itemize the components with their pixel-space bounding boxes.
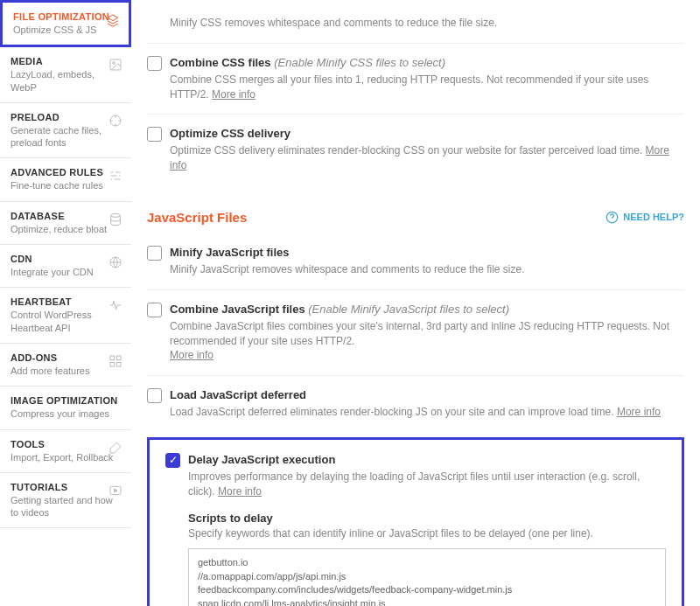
sidebar-icon xyxy=(108,114,122,128)
sidebar-item-sub: Fine-tune cache rules xyxy=(10,179,121,192)
sidebar-item-title: HEARTBEAT xyxy=(10,296,121,307)
delay-js-panel: ✓ Delay JavaScript execution Improves pe… xyxy=(147,437,684,606)
svg-rect-7 xyxy=(116,362,121,366)
delay-js-desc: Improves performance by delaying the loa… xyxy=(188,470,666,499)
sidebar-item-title: IMAGE OPTIMIZATION xyxy=(10,395,121,406)
minify-js-label: Minify JavaScript files xyxy=(170,246,684,259)
sidebar-item-tutorials[interactable]: TUTORIALSGetting started and how to vide… xyxy=(0,473,131,529)
defer-js-checkbox[interactable] xyxy=(147,388,162,403)
defer-js-desc: Load JavaScript deferred eliminates rend… xyxy=(170,405,684,420)
sidebar-item-add-ons[interactable]: ADD-ONSAdd more features xyxy=(0,344,131,387)
sidebar-item-sub: Generate cache files, preload fonts xyxy=(10,124,121,150)
sidebar-icon xyxy=(108,169,122,183)
sidebar-item-database[interactable]: DATABASEOptimize, reduce bloat xyxy=(0,202,131,245)
combine-css-checkbox[interactable] xyxy=(147,56,162,71)
sidebar-item-sub: Import, Export, Rollback xyxy=(10,451,121,463)
sidebar-item-title: ADD-ONS xyxy=(10,352,121,363)
combine-css-desc: Combine CSS merges all your files into 1… xyxy=(170,73,684,102)
sidebar-item-title: TOOLS xyxy=(10,439,121,449)
sidebar-item-tools[interactable]: TOOLSImport, Export, Rollback xyxy=(0,430,131,473)
sidebar-icon xyxy=(108,58,122,72)
scripts-to-delay-label: Scripts to delay xyxy=(188,512,666,525)
js-section-title: JavaScript Files xyxy=(147,210,247,225)
optimize-css-delivery-desc: Optimize CSS delivery eliminates render-… xyxy=(170,143,684,173)
combine-js-desc: Combine JavaScript files combines your s… xyxy=(170,319,684,363)
sidebar-item-title: DATABASE xyxy=(10,211,121,221)
minify-css-desc: Minify CSS removes whitespace and commen… xyxy=(170,16,684,31)
scripts-to-delay-desc: Specify keywords that can identify inlin… xyxy=(188,527,666,540)
more-info-link[interactable]: More info xyxy=(218,485,262,498)
sidebar-icon xyxy=(108,212,122,226)
svg-rect-6 xyxy=(110,362,115,366)
sidebar-item-media[interactable]: MEDIALazyLoad, embeds, WebP xyxy=(0,47,131,103)
sidebar-item-sub: Optimize, reduce bloat xyxy=(10,223,121,235)
sidebar-item-heartbeat[interactable]: HEARTBEATControl WordPress Heartbeat API xyxy=(0,288,131,344)
sidebar-item-title: FILE OPTIMIZATION xyxy=(13,11,118,22)
combine-js-label: Combine JavaScript files (Enable Minify … xyxy=(170,303,684,316)
sidebar-icon xyxy=(108,354,122,368)
sidebar-icon xyxy=(108,298,122,312)
sidebar-item-advanced-rules[interactable]: ADVANCED RULESFine-tune cache rules xyxy=(0,158,131,201)
svg-point-2 xyxy=(111,213,121,217)
optimize-css-delivery-checkbox[interactable] xyxy=(147,127,162,142)
sidebar-item-title: CDN xyxy=(10,254,121,264)
help-icon xyxy=(606,211,619,224)
content: Minify CSS removes whitespace and commen… xyxy=(131,0,700,606)
svg-rect-4 xyxy=(110,356,115,360)
sidebar-icon xyxy=(106,13,120,27)
sidebar-item-title: MEDIA xyxy=(10,56,121,66)
sidebar: FILE OPTIMIZATIONOptimize CSS & JSMEDIAL… xyxy=(0,0,131,606)
more-info-link[interactable]: More info xyxy=(212,88,256,101)
sidebar-item-sub: Optimize CSS & JS xyxy=(13,24,118,36)
sidebar-item-title: TUTORIALS xyxy=(10,482,121,492)
combine-css-label: Combine CSS files (Enable Minify CSS fil… xyxy=(170,56,684,69)
svg-rect-5 xyxy=(116,356,121,360)
sidebar-item-sub: Add more features xyxy=(10,365,121,377)
sidebar-item-sub: Integrate your CDN xyxy=(10,266,121,278)
sidebar-item-title: PRELOAD xyxy=(10,112,121,122)
sidebar-icon xyxy=(108,484,122,498)
sidebar-icon xyxy=(108,255,122,269)
minify-js-checkbox[interactable] xyxy=(147,246,162,261)
sidebar-item-sub: Getting started and how to videos xyxy=(10,494,121,519)
scripts-to-delay-textarea[interactable] xyxy=(188,548,666,606)
delay-js-label: Delay JavaScript execution xyxy=(188,453,666,466)
sidebar-item-title: ADVANCED RULES xyxy=(10,167,121,178)
sidebar-item-sub: LazyLoad, embeds, WebP xyxy=(10,68,121,94)
sidebar-item-sub: Compress your images xyxy=(10,407,121,420)
sidebar-item-preload[interactable]: PRELOADGenerate cache files, preload fon… xyxy=(0,103,131,159)
minify-js-desc: Minify JavaScript removes whitespace and… xyxy=(170,262,684,277)
more-info-link[interactable]: More info xyxy=(617,406,661,418)
defer-js-label: Load JavaScript deferred xyxy=(170,388,684,401)
svg-point-1 xyxy=(113,62,116,65)
optimize-css-delivery-label: Optimize CSS delivery xyxy=(170,127,684,140)
sidebar-item-sub: Control WordPress Heartbeat API xyxy=(10,309,121,334)
more-info-link[interactable]: More info xyxy=(170,349,214,361)
sidebar-item-file-optimization[interactable]: FILE OPTIMIZATIONOptimize CSS & JS xyxy=(0,0,131,47)
sidebar-item-image-optimization[interactable]: IMAGE OPTIMIZATIONCompress your images xyxy=(0,387,131,429)
combine-js-checkbox[interactable] xyxy=(147,303,162,317)
delay-js-checkbox[interactable]: ✓ xyxy=(165,453,180,468)
sidebar-item-cdn[interactable]: CDNIntegrate your CDN xyxy=(0,245,131,288)
need-help-link[interactable]: NEED HELP? xyxy=(606,211,684,224)
sidebar-icon xyxy=(108,441,122,455)
